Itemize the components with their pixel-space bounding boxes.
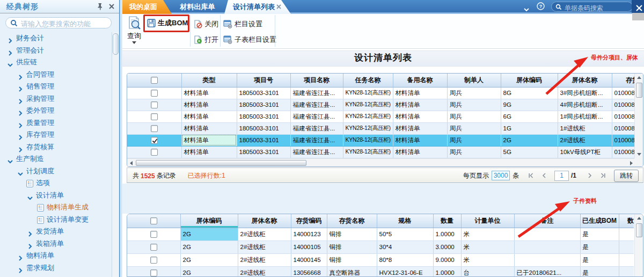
first-page-button[interactable] [526, 171, 536, 180]
cell[interactable] [619, 266, 634, 277]
help-icon[interactable]: ? [537, 2, 545, 10]
cell[interactable]: 2#进线柜 [238, 253, 291, 266]
cell[interactable]: 福建省连江县... [290, 122, 343, 134]
cell[interactable]: 周兵 [447, 99, 501, 111]
row-checkbox-checked[interactable] [151, 137, 158, 144]
cell[interactable]: 010008 [612, 111, 635, 122]
master-hscroll-thumb[interactable] [136, 160, 306, 166]
page-number-input[interactable]: 1 [554, 171, 569, 181]
column-header-规格[interactable]: 规格 [377, 214, 433, 228]
tree-item-委外管理[interactable]: 委外管理 [0, 105, 112, 117]
table-row[interactable]: 2G2#进线柜14000145铜排80*89.0000米是 [127, 253, 634, 266]
table-row[interactable]: 材料清单1805003-3101福建省连江县...KYN28-12(高压柜)材料… [127, 146, 635, 158]
per-page-input[interactable]: 3000 [492, 171, 510, 180]
tree-item-管理会计[interactable]: 管理会计 [0, 45, 112, 57]
cell[interactable]: 材料清单 [393, 134, 447, 146]
cell[interactable] [514, 253, 580, 266]
table-row[interactable]: 材料清单1805003-3101福建省连江县...KYN28-12(高压柜)材料… [127, 134, 635, 146]
column-settings-button[interactable]: 栏目设置 [223, 19, 262, 29]
chevron-down-icon[interactable] [27, 193, 33, 198]
cell[interactable] [619, 228, 634, 240]
cell[interactable]: 铜排 [327, 253, 377, 266]
tree-item-销售管理[interactable]: 销售管理 [0, 81, 112, 93]
cell[interactable]: 6G [501, 111, 558, 122]
tree-item-发货清单[interactable]: 发货清单 [0, 225, 112, 238]
cell[interactable]: 1805003-3101 [237, 146, 290, 158]
chevron-right-icon[interactable] [27, 229, 33, 234]
cell[interactable]: 3#同步机组断... [558, 87, 612, 99]
cell[interactable]: 材料清单 [181, 134, 237, 146]
cell[interactable]: 铜排 [327, 228, 377, 240]
cell[interactable]: 30*4 [377, 240, 433, 253]
chevron-down-icon[interactable] [8, 156, 13, 162]
cell[interactable]: 2G [180, 253, 238, 266]
cell[interactable]: 1805003-3101 [237, 111, 290, 122]
column-header-数量[interactable]: 数量 [619, 214, 634, 228]
cell[interactable]: 010008 [612, 146, 635, 158]
subtable-column-settings-button[interactable]: 子表栏目设置 [223, 35, 276, 45]
sidebar-scrollbar-thumb[interactable] [113, 33, 119, 55]
cell[interactable]: 福建省连江县... [290, 87, 343, 99]
cell[interactable]: 材料清单 [181, 122, 237, 134]
chevron-right-icon[interactable] [18, 144, 23, 150]
cell[interactable]: 2#进线柜 [238, 240, 291, 253]
chevron-right-icon[interactable] [18, 96, 23, 101]
detail-vscroll-thumb[interactable] [636, 223, 642, 237]
tree-item-物料清单[interactable]: 物料清单 [0, 250, 112, 262]
row-checkbox[interactable] [151, 125, 158, 132]
chevron-down-icon[interactable] [8, 60, 13, 65]
table-row[interactable]: 2G2#进线柜14000105铜排30*43.0000米是 [127, 240, 634, 253]
tree-item-需求规划[interactable]: 需求规划 [0, 262, 112, 274]
cell[interactable]: 福建省连江县... [290, 134, 343, 146]
cell[interactable]: 2G [180, 240, 238, 253]
cell[interactable]: 9.0000 [433, 253, 461, 266]
cell[interactable]: 1805003-3101 [237, 99, 290, 111]
column-header-已生成BOM[interactable]: 已生成BOM [580, 214, 619, 228]
row-checkbox-cell[interactable] [127, 99, 181, 111]
cell[interactable]: 材料清单 [181, 99, 237, 111]
tree-item-物料清单生成[interactable]: 物料清单生成 [0, 201, 112, 214]
chevron-down-icon[interactable] [18, 169, 23, 174]
cell[interactable]: 福建省连江县... [290, 99, 343, 111]
cell[interactable]: 2G [180, 228, 238, 240]
detail-grid-vscrollbar[interactable] [634, 214, 643, 277]
cell[interactable]: 1805003-3101 [237, 87, 290, 99]
cell[interactable]: 是 [580, 240, 619, 253]
tree-item-设计清单变更[interactable]: 设计清单变更 [0, 214, 112, 226]
open-button[interactable]: 打开 [194, 35, 218, 45]
cell[interactable]: 010008 [612, 122, 635, 134]
tab-material-out[interactable]: 材料出库单 [170, 0, 225, 14]
tab-my-desktop[interactable]: 我的桌面 [122, 0, 172, 14]
scroll-up-icon[interactable] [635, 74, 643, 82]
row-checkbox[interactable] [150, 244, 157, 251]
tree-item-供应链[interactable]: 供应链 [0, 56, 112, 69]
select-all-checkbox-cell[interactable] [127, 214, 180, 228]
chevron-right-icon[interactable] [18, 72, 23, 77]
tree-item-设计清单[interactable]: 设计清单 [0, 189, 112, 202]
column-header-备注[interactable]: 备注 [514, 214, 580, 228]
row-checkbox-cell[interactable] [127, 87, 181, 99]
tree-item-装箱清单[interactable]: 装箱清单 [0, 238, 112, 250]
column-header-屏体编码[interactable]: 屏体编码 [501, 74, 558, 87]
cell[interactable]: KYN28-12(高压柜) [343, 111, 393, 122]
tree-item-采购管理[interactable]: 采购管理 [0, 93, 112, 105]
table-row[interactable]: 材料清单1805003-3101福建省连江县...KYN28-12(高压柜)材料… [127, 87, 635, 99]
table-row[interactable]: 材料清单1805003-3101福建省连江县...KYN28-12(高压柜)材料… [127, 122, 635, 134]
table-row[interactable]: 2G2#进线柜13056668真空断路器HVX12-31-06-E1.0000台… [127, 266, 634, 277]
row-checkbox-cell[interactable] [127, 266, 180, 277]
cell[interactable]: 2G [180, 266, 238, 277]
row-checkbox[interactable] [151, 113, 158, 120]
cell[interactable]: 010008 [612, 87, 635, 99]
cell[interactable]: 5G [501, 146, 558, 158]
cell[interactable]: 4#同步机组断... [558, 99, 612, 111]
chevron-right-icon[interactable] [8, 48, 13, 53]
cell[interactable]: 是 [580, 253, 619, 266]
cell[interactable]: 材料清单 [393, 146, 447, 158]
cell[interactable]: 材料清单 [181, 146, 237, 158]
cell[interactable]: 1#进线柜 [558, 122, 612, 134]
column-header-计量单位[interactable]: 计量单位 [461, 214, 514, 228]
cell[interactable]: 材料清单 [393, 99, 447, 111]
chevron-right-icon[interactable] [18, 120, 23, 126]
tree-item-财务会计[interactable]: 财务会计 [0, 32, 112, 45]
chevron-right-icon[interactable] [27, 241, 33, 246]
